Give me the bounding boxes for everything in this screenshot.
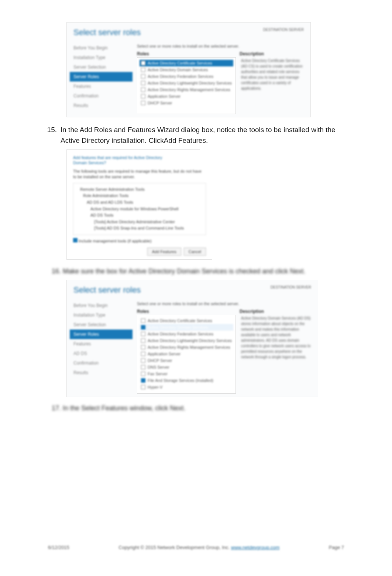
checkbox-icon — [73, 238, 78, 242]
dialog-text: The following tools are required to mana… — [73, 169, 206, 180]
checkbox-icon — [141, 358, 145, 363]
nav-step: Installation Type — [70, 53, 133, 62]
footer-link: www.netdevgroup.com — [231, 545, 280, 550]
role-item: File And Storage Services (Installed) — [140, 377, 233, 384]
add-features-button: Add Features — [147, 248, 181, 256]
nav-step-selected: Server Roles — [70, 330, 133, 339]
step-number: 15. — [44, 125, 57, 146]
wizard1-destination: DESTINATION SERVER — [263, 28, 304, 32]
role-item: Active Directory Rights Management Servi… — [140, 86, 233, 93]
nav-step-selected: Server Roles — [70, 72, 133, 82]
role-item: Active Directory Lightweight Directory S… — [140, 80, 233, 86]
wizard2-title: Select server roles — [73, 285, 141, 295]
wizard1-instruction: Select one or more roles to install on t… — [137, 43, 306, 51]
checkbox-icon — [141, 94, 145, 99]
role-item: Active Directory Lightweight Directory S… — [140, 337, 233, 344]
footer-page: Page 7 — [329, 545, 344, 550]
checkbox-icon — [141, 74, 145, 79]
screenshot-select-server-roles-2: Select server roles DESTINATION SERVER B… — [66, 280, 318, 397]
role-item: Active Directory Domain Services — [140, 66, 233, 73]
dialog-tree: Remote Server Administration Tools Role … — [73, 183, 206, 235]
step-15-text: 15. In the Add Roles and Features Wizard… — [44, 125, 348, 146]
step-17-text-blurred: 17. In the Select Features window, click… — [52, 404, 348, 412]
nav-step: Results — [70, 368, 133, 377]
role-item: DHCP Server — [140, 100, 233, 106]
checkbox-icon — [141, 81, 145, 85]
wizard1-title: Select server roles — [73, 28, 141, 37]
roles-list: Active Directory Certificate Services Ac… — [137, 315, 236, 394]
roles-list: Active Directory Certificate Services Ac… — [137, 57, 236, 114]
checkbox-icon — [141, 68, 145, 72]
checkbox-icon — [141, 61, 145, 65]
role-item: Active Directory Federation Services — [140, 331, 233, 337]
nav-step: Installation Type — [70, 310, 133, 320]
checkbox-icon — [141, 332, 145, 336]
role-item: Hyper-V — [140, 384, 233, 390]
dialog-heading-line2: Domain Services? — [73, 161, 206, 165]
checkbox-icon — [141, 318, 145, 323]
role-item: Active Directory Rights Management Servi… — [140, 344, 233, 351]
checkbox-icon — [141, 87, 145, 92]
cancel-button: Cancel — [184, 248, 206, 256]
description-text: Active Directory Certificate Services (A… — [240, 57, 306, 92]
nav-step: Results — [70, 101, 133, 110]
step-16-text-blurred: 16. Make sure the box for Active Directo… — [52, 268, 348, 275]
role-item: DHCP Server — [140, 357, 233, 364]
role-item-selected: Active Directory Certificate Services — [140, 60, 233, 66]
dialog-heading-line1: Add features that are required for Activ… — [73, 155, 206, 160]
role-item: Application Server — [140, 351, 233, 357]
footer-date: 6/12/2015 — [48, 545, 69, 550]
roles-header: Roles — [137, 51, 236, 57]
wizard2-nav: Before You Begin Installation Type Serve… — [67, 298, 133, 397]
description-header: Description — [240, 51, 306, 57]
dialog-checkbox-label: Include management tools (if applicable) — [73, 238, 206, 244]
role-item: Active Directory Certificate Services — [140, 317, 233, 324]
role-item: DNS Server — [140, 364, 233, 370]
nav-step: Confirmation — [70, 358, 133, 368]
screenshot-add-features-dialog: Add features that are required for Activ… — [66, 149, 200, 260]
screenshot-select-server-roles-1: Select server roles DESTINATION SERVER B… — [66, 22, 311, 117]
footer-copyright: Copyright © 2015 Network Development Gro… — [118, 545, 279, 550]
description-header: Description — [240, 308, 313, 315]
nav-step: Confirmation — [70, 91, 133, 101]
checkbox-icon — [141, 345, 145, 349]
role-item: Fax Server — [140, 370, 233, 377]
wizard1-nav: Before You Begin Installation Type Serve… — [67, 40, 133, 117]
wizard2-instruction: Select one or more roles to install on t… — [137, 301, 313, 308]
checkbox-icon — [141, 338, 145, 343]
nav-step: Server Selection — [70, 320, 133, 330]
nav-step: Before You Begin — [70, 301, 133, 310]
role-item-selected: Active Directory Domain Services — [140, 324, 233, 331]
role-item: Active Directory Federation Services — [140, 73, 233, 80]
checkbox-icon — [141, 385, 145, 389]
roles-header: Roles — [137, 308, 236, 315]
checkbox-icon — [141, 365, 145, 369]
nav-step: Before You Begin — [70, 43, 133, 53]
role-item: Application Server — [140, 93, 233, 100]
checkbox-icon — [141, 101, 145, 105]
nav-step: Server Selection — [70, 62, 133, 72]
page-footer: 6/12/2015 Copyright © 2015 Network Devel… — [0, 545, 392, 550]
nav-step: Features — [70, 82, 133, 91]
checkbox-icon — [141, 372, 145, 376]
checkbox-icon — [141, 378, 145, 383]
wizard2-destination: DESTINATION SERVER — [271, 285, 311, 289]
checkbox-icon — [141, 352, 145, 356]
nav-step: Features — [70, 339, 133, 349]
checkbox-icon — [141, 325, 145, 330]
nav-step: AD DS — [70, 349, 133, 358]
description-text: Active Directory Domain Services (AD DS)… — [240, 315, 313, 361]
